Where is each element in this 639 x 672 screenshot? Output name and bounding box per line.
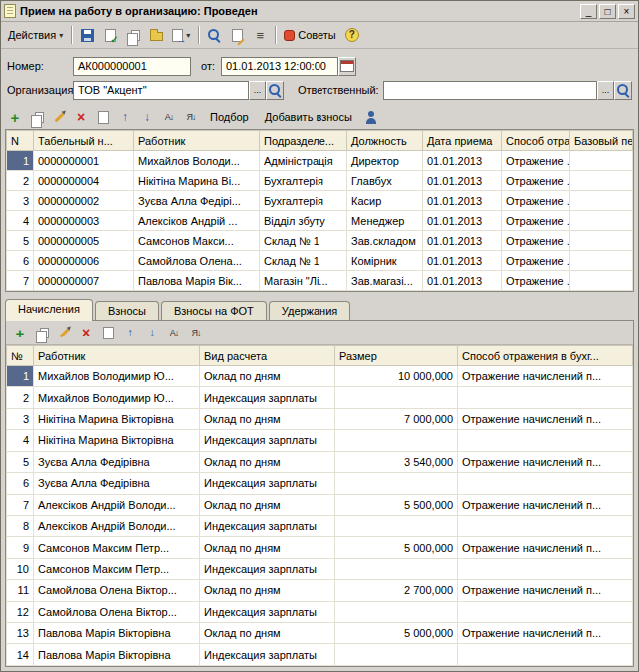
move-up-button[interactable]: ↑ [120, 323, 140, 342]
minimize-button[interactable]: _ [580, 4, 597, 19]
cell[interactable]: Самсонов Максим Петр... [34, 537, 200, 558]
table-row[interactable]: 13Павлова Марія ВікторівнаОклад по дням5… [7, 623, 633, 644]
cell[interactable]: Оклад по дням [200, 366, 335, 387]
cell[interactable]: Михайлов Володимир Ю... [34, 366, 200, 387]
cell[interactable] [458, 644, 633, 666]
add-row-button[interactable]: + [10, 323, 30, 342]
cell[interactable] [458, 515, 633, 536]
table-row[interactable]: 8Алексіков Андрій Володи...Индексация за… [7, 515, 633, 536]
cell[interactable]: 0000000004 [34, 171, 134, 191]
column-header[interactable]: Способ отра... [502, 131, 570, 151]
cell[interactable] [335, 515, 458, 536]
cell[interactable] [570, 211, 633, 231]
cell[interactable]: 2 [7, 171, 34, 191]
cell[interactable]: 3 [7, 191, 34, 211]
cell[interactable]: Индексация зарплаты [200, 387, 335, 408]
cell[interactable]: Отражение ... [502, 231, 570, 251]
cell[interactable]: Нікітіна Марина Ві... [134, 171, 260, 191]
delete-row-button[interactable]: × [71, 107, 91, 127]
cell[interactable]: Самсонов Макси... [134, 231, 260, 251]
post-button[interactable] [99, 24, 121, 46]
column-header[interactable]: Должность [347, 131, 423, 151]
cell[interactable]: 7 [7, 271, 34, 291]
personnel-button[interactable] [361, 107, 381, 127]
cell[interactable]: Отражение ... [502, 151, 570, 171]
cell[interactable]: 01.01.2013 [423, 251, 502, 271]
cell[interactable]: 2 [7, 387, 34, 408]
cell[interactable]: Отражение начислений п... [458, 366, 633, 387]
cell[interactable]: 0000000003 [34, 211, 134, 231]
cell[interactable]: 0000000002 [34, 191, 134, 211]
cell[interactable]: 10 000,000 [335, 366, 458, 387]
cell[interactable]: Павлова Марія Вік... [134, 271, 260, 291]
cell[interactable]: Павлова Марія Вікторівна [34, 623, 200, 644]
table-row[interactable]: 60000000006Самойлова Олена...Склад № 1Ко… [7, 251, 633, 271]
delete-row-button[interactable]: × [76, 323, 96, 342]
help-button[interactable]: ? [341, 24, 363, 46]
cell[interactable]: Зав.магазі... [347, 271, 423, 291]
cell[interactable]: 01.01.2013 [423, 231, 502, 251]
cell[interactable] [335, 644, 458, 666]
cell[interactable]: Оклад по дням [200, 451, 335, 472]
cell[interactable]: Бухгалтерія [260, 171, 347, 191]
cell[interactable]: Главбух [347, 171, 423, 191]
cell[interactable]: 2 700,000 [335, 580, 458, 601]
cell[interactable]: Отражение ... [502, 271, 570, 291]
cell[interactable]: Нікітіна Марина Вікторівна [34, 408, 200, 429]
table-row[interactable]: 11Самойлова Олена Віктор...Оклад по дням… [7, 580, 633, 601]
tab-accruals[interactable]: Начисления [5, 299, 93, 321]
actions-menu-button[interactable]: Действия ▾ [4, 24, 67, 46]
cell[interactable]: 7 000,000 [335, 408, 458, 429]
table-row[interactable]: 3Нікітіна Марина ВікторівнаОклад по дням… [7, 408, 633, 429]
cell[interactable]: Бухгалтерія [260, 191, 347, 211]
cell[interactable] [458, 473, 633, 494]
cell[interactable] [570, 251, 633, 271]
cell[interactable]: 1 [7, 151, 34, 171]
date-field[interactable] [221, 57, 338, 76]
column-header[interactable]: Способ отражения в бухг... [458, 346, 633, 366]
cell[interactable]: Индексация зарплаты [200, 473, 335, 494]
cell[interactable] [570, 191, 633, 211]
cell[interactable]: Склад № 1 [260, 251, 347, 271]
add-row-button[interactable]: + [5, 107, 25, 127]
maximize-button[interactable]: □ [599, 4, 616, 19]
column-header[interactable]: Дата приема [423, 131, 502, 151]
cell[interactable] [570, 271, 633, 291]
table-row[interactable]: 5Зуєва Алла ФедірівнаОклад по дням3 540,… [7, 451, 633, 472]
cell[interactable]: Алексіков Андрій ... [134, 211, 260, 231]
cell[interactable]: Зуєва Алла Федірівна [34, 451, 200, 472]
cell[interactable]: 7 [7, 494, 34, 515]
open-folder-button[interactable] [145, 24, 167, 46]
cell[interactable]: Индексация зарплаты [200, 644, 335, 666]
cell[interactable]: Индексация зарплаты [200, 515, 335, 536]
cell[interactable]: 8 [7, 515, 34, 536]
copy-button[interactable] [122, 24, 144, 46]
responsible-field[interactable] [383, 81, 597, 100]
cell[interactable]: Михайлов Володимир Ю... [34, 387, 200, 408]
column-header[interactable]: Подразделе... [260, 131, 347, 151]
cell[interactable]: Самойлова Олена... [134, 251, 260, 271]
cell[interactable]: 6 [7, 251, 34, 271]
find-button[interactable] [203, 24, 225, 46]
cell[interactable]: Михайлов Володи... [134, 151, 260, 171]
cell[interactable]: 14 [7, 644, 34, 666]
edit-report-button[interactable] [226, 24, 248, 46]
cell[interactable] [335, 387, 458, 408]
table-row[interactable]: 2Михайлов Володимир Ю...Индексация зарпл… [7, 387, 633, 408]
save-button[interactable] [76, 24, 98, 46]
add-contributions-button[interactable]: Добавить взносы [258, 107, 359, 127]
cell[interactable]: 6 [7, 473, 34, 494]
cell[interactable]: Оклад по дням [200, 580, 335, 601]
cell[interactable]: 01.01.2013 [423, 191, 502, 211]
cell[interactable]: 3 [7, 408, 34, 429]
cell[interactable]: Алексіков Андрій Володи... [34, 494, 200, 515]
cell[interactable]: Відділ збуту [260, 211, 347, 231]
cell[interactable]: Зуєва Алла Федірі... [134, 191, 260, 211]
table-row[interactable]: 10000000001Михайлов Володи...Адміністрац… [7, 151, 633, 171]
cell[interactable]: Зуєва Алла Федірівна [34, 473, 200, 494]
column-header[interactable]: Базовый пер... [570, 131, 633, 151]
move-down-button[interactable]: ↓ [142, 323, 162, 342]
table-row[interactable]: 20000000004Нікітіна Марина Ві...Бухгалте… [7, 171, 633, 191]
cell[interactable]: Отражение ... [502, 191, 570, 211]
cell[interactable]: Оклад по дням [200, 408, 335, 429]
